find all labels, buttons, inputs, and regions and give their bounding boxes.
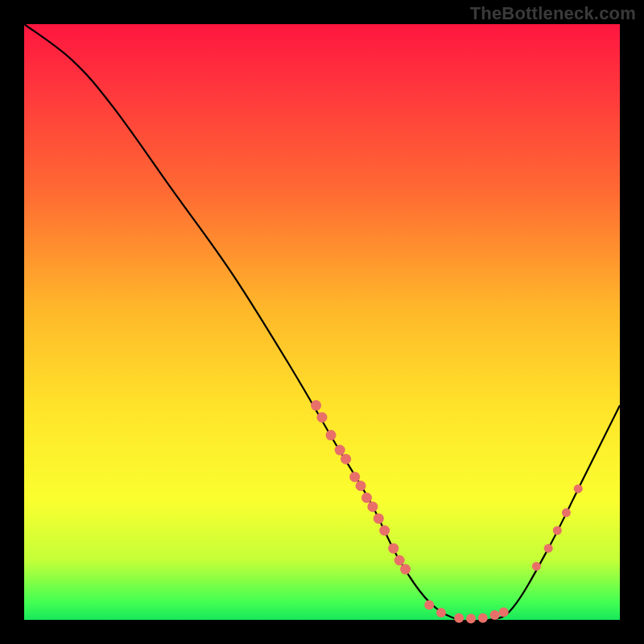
- data-points: [311, 400, 583, 623]
- curve-layer: [24, 24, 620, 620]
- data-point: [361, 493, 372, 503]
- watermark-text: TheBottleneck.com: [470, 3, 636, 24]
- data-point: [400, 564, 411, 575]
- data-point: [574, 485, 583, 493]
- data-point: [424, 601, 434, 610]
- data-point: [349, 472, 360, 482]
- data-point: [562, 508, 571, 517]
- data-point: [394, 555, 405, 566]
- data-point: [374, 514, 384, 524]
- data-point: [532, 562, 541, 571]
- data-point: [388, 543, 398, 554]
- data-point: [454, 613, 464, 623]
- data-point: [356, 481, 366, 491]
- data-point: [544, 544, 553, 553]
- data-point: [553, 526, 562, 535]
- data-point: [341, 454, 351, 464]
- data-point: [490, 610, 500, 620]
- data-point: [478, 613, 488, 623]
- data-point: [326, 430, 336, 440]
- data-point: [436, 608, 446, 617]
- chart-frame: TheBottleneck.com: [0, 0, 644, 644]
- data-point: [466, 614, 476, 624]
- plot-area: [24, 24, 620, 620]
- data-point: [379, 526, 390, 536]
- bottleneck-curve: [24, 24, 620, 622]
- data-point: [335, 445, 345, 456]
- data-point: [317, 412, 328, 423]
- data-point: [499, 607, 509, 617]
- data-point: [311, 400, 321, 411]
- data-point: [367, 502, 378, 512]
